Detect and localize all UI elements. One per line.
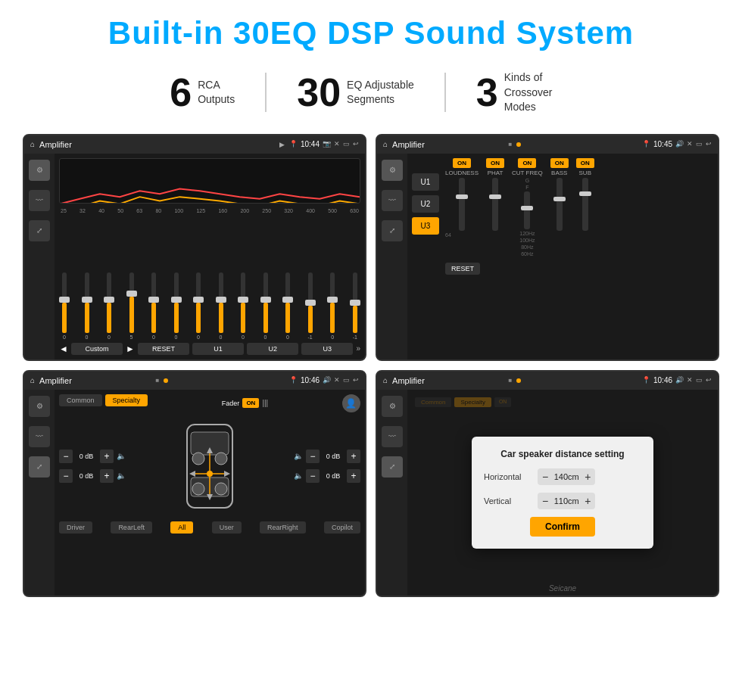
eq-chart bbox=[59, 158, 360, 204]
custom-btn[interactable]: Custom bbox=[71, 343, 123, 355]
rearleft-btn[interactable]: RearLeft bbox=[111, 521, 152, 534]
eq-slider[interactable]: 0 bbox=[241, 272, 245, 340]
volume-icon[interactable]: 🔊 bbox=[675, 140, 684, 148]
spk-tr-plus[interactable]: + bbox=[347, 450, 360, 463]
sub-slider[interactable] bbox=[582, 178, 588, 231]
back-icon2[interactable]: ↩ bbox=[706, 140, 712, 148]
spk-tr-minus[interactable]: − bbox=[306, 450, 320, 463]
sidebar-arrow-btn[interactable]: ⤢ bbox=[29, 220, 50, 241]
loudness-toggle[interactable]: ON bbox=[453, 158, 471, 168]
eq-slider[interactable]: 0 bbox=[85, 272, 89, 340]
sidebar-eq-btn3[interactable]: ⚙ bbox=[29, 396, 50, 417]
sidebar-wave-btn2[interactable]: 〰 bbox=[382, 190, 403, 211]
sidebar-eq-btn2[interactable]: ⚙ bbox=[382, 160, 403, 181]
vertical-minus[interactable]: − bbox=[542, 495, 548, 507]
volume-icon3[interactable]: 🔊 bbox=[323, 376, 331, 384]
sidebar-arrow-btn2[interactable]: ⤢ bbox=[382, 220, 403, 241]
window-icon3[interactable]: ▭ bbox=[343, 376, 350, 384]
eq-slider[interactable]: -1 bbox=[308, 272, 313, 340]
home-icon[interactable]: ⌂ bbox=[30, 140, 35, 148]
eq-slider[interactable]: 5 bbox=[129, 272, 134, 340]
specialty-tab[interactable]: Specialty bbox=[105, 394, 148, 406]
close-icon2[interactable]: ✕ bbox=[687, 140, 693, 148]
spk-tl-plus[interactable]: + bbox=[100, 450, 114, 463]
loudness-slider[interactable] bbox=[459, 178, 465, 231]
u1-preset-btn[interactable]: U1 bbox=[412, 173, 439, 191]
pause-icon4[interactable]: ■ bbox=[509, 377, 513, 384]
back-icon3[interactable]: ↩ bbox=[353, 376, 359, 384]
user-btn[interactable]: User bbox=[212, 521, 242, 534]
confirm-button[interactable]: Confirm bbox=[530, 517, 595, 537]
copilot-btn[interactable]: Copilot bbox=[324, 521, 360, 534]
eq-slider[interactable]: -1 bbox=[353, 272, 357, 340]
fader-toggle[interactable]: ON bbox=[242, 398, 259, 408]
eq-slider[interactable]: 0 bbox=[219, 272, 223, 340]
close-icon4[interactable]: ✕ bbox=[687, 376, 693, 384]
back-icon4[interactable]: ↩ bbox=[706, 376, 712, 384]
freq-label: 250 bbox=[262, 208, 271, 213]
eq-slider[interactable]: 0 bbox=[330, 272, 335, 340]
eq-slider[interactable]: 0 bbox=[107, 272, 111, 340]
back-icon[interactable]: ↩ bbox=[353, 140, 359, 148]
common-tab[interactable]: Common bbox=[59, 394, 102, 406]
prev-arrow[interactable]: ◄ bbox=[59, 344, 68, 354]
spk-bl-plus[interactable]: + bbox=[100, 469, 114, 483]
vertical-plus[interactable]: + bbox=[585, 495, 591, 507]
more-icon[interactable]: » bbox=[356, 344, 360, 353]
driver-btn[interactable]: Driver bbox=[59, 521, 92, 534]
pause-icon[interactable]: ■ bbox=[509, 141, 513, 148]
spk-tl-minus[interactable]: − bbox=[59, 450, 73, 463]
u3-preset-btn[interactable]: U3 bbox=[412, 217, 439, 235]
spk-br-plus[interactable]: + bbox=[347, 469, 360, 483]
sidebar-eq-btn4[interactable]: ⚙ bbox=[382, 396, 403, 417]
screen2-reset-btn[interactable]: RESET bbox=[445, 263, 480, 275]
bass-slider[interactable] bbox=[556, 178, 563, 231]
all-btn[interactable]: All bbox=[170, 521, 193, 534]
u2-preset-btn[interactable]: U2 bbox=[412, 195, 439, 213]
u1-btn[interactable]: U1 bbox=[192, 343, 244, 355]
eq-slider[interactable]: 0 bbox=[196, 272, 201, 340]
bass-toggle[interactable]: ON bbox=[550, 158, 569, 168]
u2-btn[interactable]: U2 bbox=[247, 343, 298, 355]
home-icon3[interactable]: ⌂ bbox=[30, 376, 35, 384]
user-icon[interactable]: 👤 bbox=[342, 394, 360, 412]
close-icon[interactable]: ✕ bbox=[334, 140, 340, 148]
u3-btn[interactable]: U3 bbox=[301, 343, 353, 355]
volume-icon4[interactable]: 🔊 bbox=[675, 376, 684, 384]
horizontal-plus[interactable]: + bbox=[585, 471, 591, 483]
cutfreq-toggle[interactable]: ON bbox=[518, 158, 536, 168]
window-icon4[interactable]: ▭ bbox=[696, 376, 703, 384]
eq-slider[interactable]: 0 bbox=[62, 272, 67, 340]
location-icon4: 📍 bbox=[642, 376, 650, 384]
sidebar-wave-btn4[interactable]: 〰 bbox=[382, 426, 403, 447]
spk-bl-minus[interactable]: − bbox=[59, 469, 73, 483]
eq-slider[interactable]: 0 bbox=[174, 272, 179, 340]
home-icon4[interactable]: ⌂ bbox=[383, 376, 388, 384]
phat-slider[interactable] bbox=[492, 178, 498, 231]
reset-btn[interactable]: RESET bbox=[138, 343, 189, 355]
play-icon[interactable]: ▶ bbox=[279, 141, 285, 148]
pause-icon3[interactable]: ■ bbox=[156, 377, 160, 384]
window-icon[interactable]: ▭ bbox=[343, 140, 350, 148]
spk-br-minus[interactable]: − bbox=[306, 469, 320, 483]
eq-slider[interactable]: 0 bbox=[285, 272, 290, 340]
speaker-layout: − 0 dB + 🔈 − 0 dB + 🔈 bbox=[59, 417, 360, 515]
sidebar-arrow-btn4[interactable]: ⤢ bbox=[382, 456, 403, 478]
sidebar-arrow-btn3[interactable]: ⤢ bbox=[29, 456, 50, 478]
sidebar-wave-btn[interactable]: 〰 bbox=[29, 190, 50, 211]
sidebar-eq-btn[interactable]: ⚙ bbox=[29, 160, 50, 181]
home-icon2[interactable]: ⌂ bbox=[383, 140, 388, 148]
window-icon2[interactable]: ▭ bbox=[696, 140, 703, 148]
sub-toggle[interactable]: ON bbox=[576, 158, 594, 168]
phat-toggle[interactable]: ON bbox=[486, 158, 504, 168]
horizontal-minus[interactable]: − bbox=[542, 471, 548, 483]
screen1-bottom: ◄ Custom ► RESET U1 U2 U3 » bbox=[59, 340, 360, 355]
cutfreq-slider-g[interactable] bbox=[524, 191, 530, 229]
freq-label: 200 bbox=[240, 208, 249, 213]
eq-slider[interactable]: 0 bbox=[151, 272, 156, 340]
eq-slider[interactable]: 0 bbox=[263, 272, 268, 340]
sidebar-wave-btn3[interactable]: 〰 bbox=[29, 426, 50, 447]
next-arrow[interactable]: ► bbox=[126, 344, 135, 354]
rearright-btn[interactable]: RearRight bbox=[260, 521, 306, 534]
close-icon3[interactable]: ✕ bbox=[334, 376, 340, 384]
